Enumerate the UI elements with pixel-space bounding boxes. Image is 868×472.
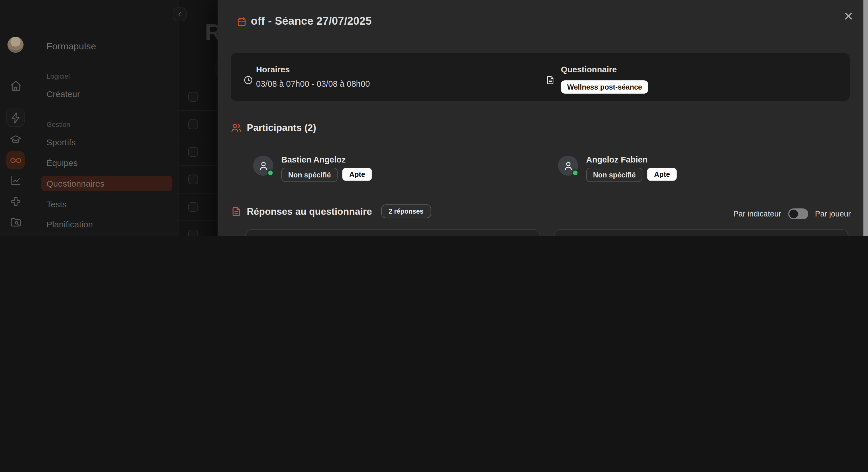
page-title: R (205, 20, 218, 46)
row-checkbox[interactable] (188, 230, 198, 236)
questionnaire-badge: Wellness post-séance (561, 80, 648, 94)
sidebar-item-equipes[interactable]: Équipes (41, 155, 172, 171)
sidebar-item-planification[interactable]: Planification (41, 216, 172, 232)
app-root: Formapulse OOLogicielCréateurGestionSpor… (0, 0, 868, 236)
sidebar-item-tests[interactable]: Tests (41, 196, 172, 212)
toggle-knob (789, 210, 798, 218)
availability-badge: Non spécifié (586, 168, 643, 182)
indicator-card: Dynamisme Num Te sens tu dynamique ? 1: … (554, 229, 848, 236)
sidebar-item-createur[interactable]: Créateur (41, 86, 172, 101)
sidebar-section-label: Logiciel (46, 72, 70, 80)
graduation-cap-icon[interactable] (6, 130, 25, 149)
view-toggle-group: Par indicateur Par joueur (733, 208, 851, 219)
chevron-left-icon (176, 11, 183, 18)
background-table (179, 83, 218, 236)
sidebar-item-sportifs[interactable]: Sportifs (41, 135, 172, 150)
questionnaire-label: Questionnaire (561, 65, 617, 74)
participants-header: Participants (2) (231, 122, 316, 133)
table-row (179, 221, 218, 236)
plus-icon[interactable] (6, 193, 25, 211)
sidebar-section-label: Gestion (46, 121, 70, 129)
participant-name: Angeloz Fabien (586, 155, 648, 164)
aptitude-badge: Apte (342, 168, 372, 181)
online-status-dot (267, 169, 274, 176)
session-info-card: Horaires 03/08 à 07h00 - 03/08 à 08h00 Q… (231, 53, 849, 101)
modal-title: off - Séance 27/07/2025 (251, 15, 372, 28)
calendar-icon (237, 17, 247, 27)
table-row (179, 138, 218, 166)
sidebar: Formapulse OOLogicielCréateurGestionSpor… (0, 0, 179, 236)
close-icon (843, 10, 854, 22)
background-page: R 10 (179, 0, 218, 236)
chart-line-icon[interactable] (6, 171, 25, 189)
row-checkbox[interactable] (188, 175, 198, 184)
horaires-value: 03/08 à 07h00 - 03/08 à 08h00 (256, 79, 370, 88)
responses-header: Réponses au questionnaire 2 réponses (231, 204, 431, 218)
brand-name: Formapulse (46, 41, 96, 52)
background-circle (214, 59, 218, 79)
session-modal: off - Séance 27/07/2025 Horaires 03/08 à… (218, 0, 868, 236)
table-row (179, 166, 218, 194)
file-text-icon (546, 75, 555, 85)
zap-icon[interactable] (6, 109, 25, 127)
responses-count-badge: 2 réponses (381, 204, 431, 218)
indicator-card: Fatigue Num Es tu fatigue ? 1: je ne res… (245, 229, 540, 236)
participant-badges: Non spécifiéApte (281, 168, 372, 182)
responses-title: Réponses au questionnaire (247, 206, 372, 217)
table-row (179, 83, 218, 111)
row-checkbox[interactable] (188, 119, 198, 129)
sidebar-item-questionnaires[interactable]: Questionnaires (41, 176, 172, 191)
horaires-label: Horaires (256, 65, 290, 74)
row-checkbox[interactable] (188, 92, 198, 101)
row-checkbox[interactable] (188, 147, 198, 157)
toggle-label-right: Par joueur (815, 210, 851, 218)
users-icon (231, 122, 242, 133)
participant-badges: Non spécifiéApte (586, 168, 677, 182)
file-text-icon (231, 206, 242, 217)
participant-name: Bastien Angeloz (281, 155, 346, 164)
home-icon[interactable] (6, 77, 25, 95)
toggle-label-left: Par indicateur (733, 210, 781, 218)
folder-search-icon[interactable] (6, 213, 25, 231)
close-button[interactable] (842, 9, 856, 23)
aptitude-badge: Apte (647, 168, 677, 181)
responses-grid: Fatigue Num Es tu fatigue ? 1: je ne res… (245, 229, 848, 236)
table-row (179, 111, 218, 138)
sidebar-collapse-button[interactable] (173, 7, 187, 21)
online-status-dot (572, 169, 579, 176)
participant-row: Angeloz Fabien Non spécifiéApte (558, 155, 805, 184)
availability-badge: Non spécifié (281, 168, 338, 182)
scrollbar-thumb[interactable] (863, 0, 868, 236)
infinity-icon[interactable] (6, 151, 25, 169)
view-mode-toggle[interactable] (788, 208, 808, 219)
user-avatar[interactable] (7, 37, 24, 53)
table-row (179, 194, 218, 221)
row-checkbox[interactable] (188, 202, 198, 212)
clock-icon (243, 75, 253, 85)
participants-title: Participants (2) (247, 122, 316, 133)
participant-row: Bastien Angeloz Non spécifiéApte (253, 155, 500, 184)
